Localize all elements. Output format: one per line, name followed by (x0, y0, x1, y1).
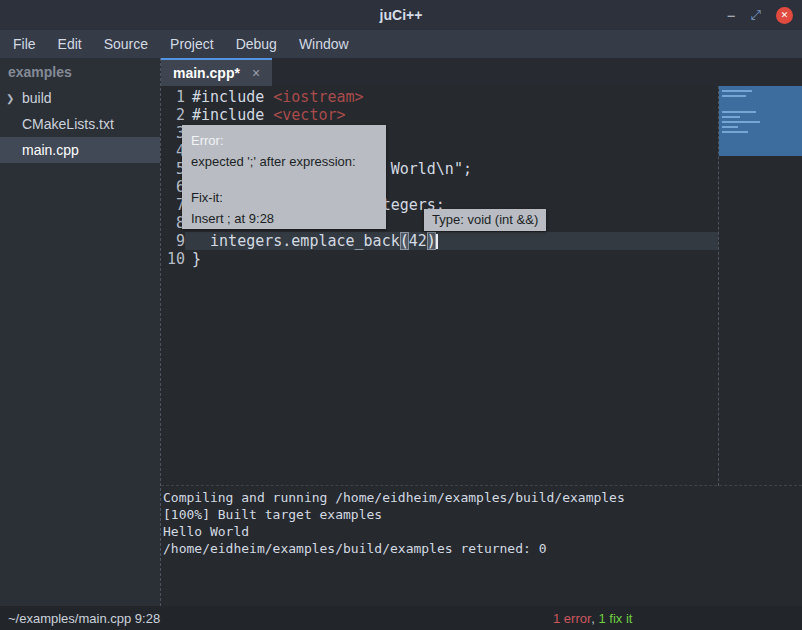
code-text: #include <vector> (185, 106, 718, 124)
code-segment: #include (192, 88, 273, 106)
code-segment: <iostream> (273, 88, 363, 106)
menu-window[interactable]: Window (288, 30, 360, 58)
text-cursor (436, 234, 438, 249)
code-text: } (185, 250, 718, 268)
minimap-code-line (722, 95, 746, 97)
status-diagnostics: 1 error , 1 fix it (553, 611, 633, 626)
terminal-line: Hello World (163, 523, 802, 540)
titlebar[interactable]: juCi++ − ⤢ ✕ (0, 0, 802, 30)
tree-item-label: CMakeLists.txt (22, 116, 114, 132)
code-segment: <vector> (273, 106, 345, 124)
code-line[interactable]: 10} (161, 250, 718, 268)
menu-source[interactable]: Source (93, 30, 159, 58)
terminal-output[interactable]: Compiling and running /home/eidheim/exam… (161, 486, 802, 606)
line-number: 9 (161, 232, 185, 250)
error-tooltip-title: Error: (191, 130, 377, 151)
chevron-right-icon[interactable]: ❯ (6, 93, 22, 104)
fixit-tooltip-message: Insert ; at 9:28 (191, 208, 377, 229)
project-root-label: examples (0, 58, 160, 85)
close-button[interactable]: ✕ (776, 7, 793, 24)
line-number: 2 (161, 106, 185, 124)
minimap-code-line (722, 116, 740, 118)
tooltip-spacer (191, 172, 377, 187)
fixit-tooltip-title: Fix-it: (191, 187, 377, 208)
minimap-code-line (722, 131, 748, 133)
app-window: juCi++ − ⤢ ✕ File Edit Source Project De… (0, 0, 802, 630)
code-segment: ( (400, 232, 409, 250)
minimap-code-line (722, 121, 760, 123)
minimap-code-line (722, 90, 752, 92)
menu-file[interactable]: File (2, 30, 47, 58)
tree-item-main-cpp[interactable]: main.cpp (0, 137, 160, 163)
minimap[interactable] (719, 86, 802, 156)
fixit-count: 1 fix it (599, 611, 633, 626)
editor[interactable]: 1#include <iostream>2#include <vector>34… (161, 86, 802, 486)
tree-item-build[interactable]: ❯ build (0, 85, 160, 111)
terminal-line: [100%] Built target examples (163, 506, 802, 523)
diagnostics-separator: , (591, 611, 598, 626)
minimize-button[interactable]: − (727, 8, 736, 23)
error-count: 1 error (553, 611, 591, 626)
line-number: 10 (161, 250, 185, 268)
line-number: 1 (161, 88, 185, 106)
menubar: File Edit Source Project Debug Window (0, 30, 802, 58)
code-line[interactable]: 2#include <vector> (161, 106, 718, 124)
statusbar: ~/examples/main.cpp 9:28 1 error , 1 fix… (0, 606, 802, 630)
menu-edit[interactable]: Edit (47, 30, 93, 58)
tree-item-label: build (22, 90, 52, 106)
restore-button[interactable]: ⤢ (751, 7, 761, 23)
window-title: juCi++ (380, 7, 423, 23)
code-line[interactable]: 1#include <iostream> (161, 88, 718, 106)
terminal-line: Compiling and running /home/eidheim/exam… (163, 489, 802, 506)
menu-project[interactable]: Project (159, 30, 225, 58)
error-tooltip-message: expected ';' after expression: (191, 151, 377, 172)
tree-item-label: main.cpp (22, 142, 79, 158)
terminal-line: /home/eidheim/examples/build/examples re… (163, 540, 802, 557)
menu-debug[interactable]: Debug (225, 30, 288, 58)
file-tree-sidebar: examples ❯ build CMakeLists.txt main.cpp (0, 58, 160, 606)
tab-main-cpp[interactable]: main.cpp* × (161, 58, 272, 86)
code-segment: } (192, 250, 201, 268)
type-tooltip: Type: void (int &&) (424, 209, 546, 231)
tab-label: main.cpp* (173, 65, 240, 81)
status-file-path: ~/examples/main.cpp 9:28 (0, 611, 160, 626)
code-line[interactable]: 9 integers.emplace_back(42) (161, 232, 718, 250)
tree-item-cmakelists[interactable]: CMakeLists.txt (0, 111, 160, 137)
close-tab-icon[interactable]: × (252, 65, 260, 81)
window-controls: − ⤢ ✕ (727, 0, 793, 30)
error-tooltip: Error: expected ';' after expression: Fi… (182, 125, 386, 229)
tabbar: main.cpp* × (161, 58, 802, 86)
minimap-code-line (722, 126, 738, 128)
code-segment: #include (192, 106, 273, 124)
code-text: integers.emplace_back(42) (185, 232, 718, 250)
code-segment: ) (427, 232, 436, 250)
minimap-code-line (722, 111, 756, 113)
code-segment: integers.emplace_back (192, 232, 400, 250)
code-text: #include <iostream> (185, 88, 718, 106)
code-segment: 42 (409, 232, 427, 250)
